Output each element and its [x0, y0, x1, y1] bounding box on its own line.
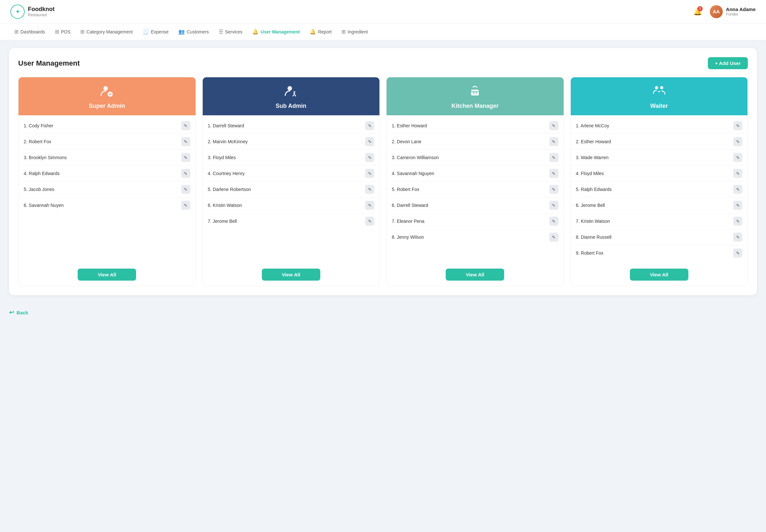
list-item: 4. Courtney Henry✎: [203, 166, 380, 182]
svg-point-2: [287, 86, 292, 91]
edit-button[interactable]: ✎: [365, 153, 374, 162]
edit-button[interactable]: ✎: [181, 153, 190, 162]
col-list-waiter: 1. Arlene McCoy✎2. Esther Howard✎3. Wade…: [571, 115, 748, 263]
edit-button[interactable]: ✎: [733, 153, 742, 162]
notification-button[interactable]: 🔔 3: [692, 6, 704, 18]
edit-button[interactable]: ✎: [549, 121, 558, 130]
edit-button[interactable]: ✎: [365, 169, 374, 178]
view-all-button-sub-admin[interactable]: View All: [262, 269, 320, 281]
edit-button[interactable]: ✎: [181, 185, 190, 194]
item-name: 2. Esther Howard: [576, 139, 734, 144]
item-name: 3. Cameron Williamson: [392, 155, 549, 160]
nav-item-category-management[interactable]: ⊞Category Management: [76, 27, 136, 37]
nav-item-report[interactable]: 🔔Report: [306, 27, 336, 37]
view-all-button-waiter[interactable]: View All: [630, 269, 688, 281]
edit-button[interactable]: ✎: [181, 169, 190, 178]
item-name: 5. Jacob Jones: [24, 187, 181, 192]
edit-button[interactable]: ✎: [365, 201, 374, 210]
list-item: 3. Cameron Williamson✎: [387, 150, 564, 166]
edit-button[interactable]: ✎: [733, 217, 742, 226]
nav-item-services[interactable]: ☰Services: [215, 27, 247, 37]
col-footer-super-admin: View All: [19, 263, 196, 286]
list-item: 3. Wade Warren✎: [571, 150, 748, 166]
nav-icon-dashboards: ⊞: [14, 29, 19, 35]
edit-button[interactable]: ✎: [549, 201, 558, 210]
app-sub: Restaurant: [28, 13, 55, 17]
nav-icon-expense: 🧾: [143, 29, 149, 35]
edit-button[interactable]: ✎: [181, 137, 190, 146]
nav-item-pos[interactable]: ⊞POS: [51, 27, 75, 37]
edit-button[interactable]: ✎: [549, 169, 558, 178]
list-item: 1. Darrell Steward✎: [203, 118, 380, 134]
user-area[interactable]: AA Anna Adame Fonder: [710, 5, 756, 18]
edit-button[interactable]: ✎: [181, 201, 190, 210]
nav-item-expense[interactable]: 🧾Expense: [139, 27, 172, 37]
item-name: 3. Floyd Miles: [208, 155, 365, 160]
view-all-button-kitchen-manager[interactable]: View All: [446, 269, 504, 281]
edit-button[interactable]: ✎: [181, 121, 190, 130]
nav-label-pos: POS: [61, 29, 71, 34]
columns: Super Admin1. Cody Fisher✎2. Robert Fox✎…: [18, 77, 748, 286]
edit-button[interactable]: ✎: [733, 169, 742, 178]
edit-button[interactable]: ✎: [365, 121, 374, 130]
nav-label-ingredient: Ingredient: [348, 29, 368, 34]
item-name: 4. Savannah Nguyen: [392, 171, 549, 176]
nav-item-user-management[interactable]: 🔔User Management: [248, 27, 304, 37]
edit-button[interactable]: ✎: [549, 137, 558, 146]
list-item: 5. Ralph Edwards✎: [571, 182, 748, 197]
list-item: 5. Jacob Jones✎: [19, 182, 196, 197]
edit-button[interactable]: ✎: [549, 153, 558, 162]
edit-button[interactable]: ✎: [733, 248, 742, 258]
list-item: 8. Dianne Russell✎: [571, 229, 748, 245]
item-name: 4. Courtney Henry: [208, 171, 365, 176]
user-info: Anna Adame Fonder: [726, 6, 756, 17]
back-area[interactable]: ↩ Back: [0, 303, 766, 322]
user-name: Anna Adame: [726, 6, 756, 12]
edit-button[interactable]: ✎: [549, 217, 558, 226]
svg-point-0: [103, 86, 108, 91]
edit-button[interactable]: ✎: [549, 185, 558, 194]
item-name: 3. Brooklyn Simmons: [24, 155, 181, 160]
list-item: 7. Eleanor Pena✎: [387, 213, 564, 229]
col-header-sub-admin: Sub Admin: [203, 77, 380, 115]
back-label: Back: [17, 310, 28, 315]
list-item: 5. Robert Fox✎: [387, 182, 564, 197]
col-title-waiter: Waiter: [650, 103, 668, 109]
list-item: 9. Robert Fox✎: [571, 245, 748, 261]
avatar: AA: [710, 5, 723, 18]
edit-button[interactable]: ✎: [733, 233, 742, 242]
nav-item-ingredient[interactable]: ⊞Ingredient: [338, 27, 372, 37]
item-name: 8. Jenny Wilson: [392, 234, 549, 240]
col-icon-kitchen-manager: [468, 84, 481, 100]
edit-button[interactable]: ✎: [733, 201, 742, 210]
edit-button[interactable]: ✎: [733, 121, 742, 130]
main: User Management + Add User Super Admin1.…: [0, 40, 766, 303]
edit-button[interactable]: ✎: [733, 185, 742, 194]
list-item: 2. Devon Lane✎: [387, 134, 564, 150]
edit-button[interactable]: ✎: [549, 233, 558, 242]
edit-button[interactable]: ✎: [365, 217, 374, 226]
nav-icon-user-management: 🔔: [252, 29, 259, 35]
item-name: 8. Dianne Russell: [576, 234, 734, 240]
add-user-button[interactable]: + Add User: [708, 57, 748, 69]
page-header: User Management + Add User: [18, 57, 748, 69]
nav-label-dashboards: Dashboards: [20, 29, 45, 34]
nav-item-dashboards[interactable]: ⊞Dashboards: [10, 27, 49, 37]
list-item: 6. Jerome Bell✎: [571, 197, 748, 213]
item-name: 4. Floyd Miles: [576, 171, 734, 176]
notification-badge: 3: [697, 6, 703, 11]
item-name: 6. Jerome Bell: [576, 203, 734, 208]
view-all-button-super-admin[interactable]: View All: [78, 269, 136, 281]
col-footer-waiter: View All: [571, 263, 748, 286]
edit-button[interactable]: ✎: [365, 137, 374, 146]
item-name: 5. Darlene Robertson: [208, 187, 365, 192]
svg-rect-6: [473, 92, 474, 94]
nav-item-customers[interactable]: 👥Customers: [174, 27, 213, 37]
page-title: User Management: [18, 59, 80, 68]
edit-button[interactable]: ✎: [733, 137, 742, 146]
column-sub-admin: Sub Admin1. Darrell Steward✎2. Marvin Mc…: [202, 77, 380, 286]
item-name: 6. Darrell Steward: [392, 203, 549, 208]
list-item: 1. Cody Fisher✎: [19, 118, 196, 134]
col-header-super-admin: Super Admin: [19, 77, 196, 115]
edit-button[interactable]: ✎: [365, 185, 374, 194]
